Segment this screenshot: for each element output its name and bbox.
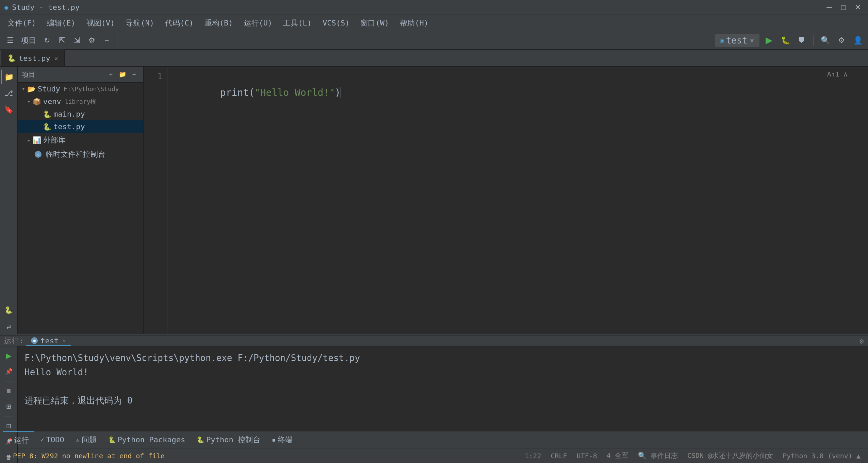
tree-item-temp-files[interactable]: ◇ 临时文件和控制台 <box>18 147 143 161</box>
app-icon: ◆ <box>4 3 9 12</box>
run-config-icon: ◉ <box>720 36 724 45</box>
activity-python-icon[interactable]: 🐍 <box>1 303 16 318</box>
run-output-line-exit: 进程已结束，退出代码为 0 <box>24 394 861 408</box>
minimize-button[interactable]: ─ <box>823 1 835 14</box>
run-panel-tab-test[interactable]: ● test ✕ <box>26 336 71 346</box>
tab-label: test.py <box>19 54 50 63</box>
run-with-coverage-button[interactable]: ⛊ <box>795 34 808 47</box>
run-config-selector[interactable]: ◉ test ▾ <box>715 34 759 47</box>
tab-test-py[interactable]: 🐍 test.py ✕ <box>1 50 65 66</box>
tree-item-venv[interactable]: ▾ 📦 venv library根 <box>18 95 143 108</box>
status-encoding[interactable]: UTF-8 <box>575 452 599 460</box>
run-play-button[interactable]: ▶ <box>2 349 16 363</box>
run-toolbar-separator <box>4 381 14 381</box>
run-config-area: ◉ test ▾ ▶ 🐛 ⛊ 🔍 ⚙ 👤 <box>715 34 865 47</box>
code-editor[interactable]: print("Hello World!") <box>167 67 868 334</box>
menu-run[interactable]: 运行(U) <box>239 17 277 30</box>
toolbar: ☰ 项目 ↻ ⇱ ⇲ ⚙ − ◉ test ▾ ▶ 🐛 ⛊ 🔍 ⚙ 👤 <box>0 31 868 50</box>
status-indent[interactable]: 4 全军 <box>605 451 630 460</box>
tree-label-study: Study <box>38 85 60 93</box>
python-console-icon: 🐍 <box>197 436 204 443</box>
title-bar: ◆ Study - test.py ─ □ ✕ <box>0 0 868 15</box>
activity-project-icon[interactable]: 📁 <box>1 69 16 84</box>
tree-arrow-ext-icon: ▸ <box>27 137 31 143</box>
tree-arrow-venv-icon: ▾ <box>27 98 31 105</box>
menu-edit[interactable]: 编辑(E) <box>42 17 80 30</box>
sidebar-new-file-button[interactable]: + <box>106 69 116 80</box>
toolbar-collapse-all-button[interactable]: ⇱ <box>55 34 69 47</box>
toolbar-hamburger-button[interactable]: ☰ <box>3 34 17 47</box>
activity-bar: 📁 ⎇ 🔖 🐍 ⇄ <box>0 67 18 334</box>
folder-icon: 📂 <box>27 85 36 93</box>
tree-arrow-icon: ▾ <box>22 86 25 92</box>
py-file-icon: 🐍 <box>43 123 51 131</box>
menu-file[interactable]: 文件(F) <box>3 17 41 30</box>
py-file-icon: 🐍 <box>43 110 51 118</box>
run-output-line-cmd: F:\Python\Study\venv\Scripts\python.exe … <box>24 351 861 365</box>
tree-item-main-py[interactable]: 🐍 main.py <box>18 108 143 120</box>
menu-help[interactable]: 帮助(H) <box>395 17 433 30</box>
status-pep8-warning[interactable]: ⚠ PEP 8: W292 no newline at end of file <box>5 452 167 460</box>
toolbar-project-label: 项目 <box>18 35 39 46</box>
sidebar-new-folder-button[interactable]: 📁 <box>117 69 128 80</box>
activity-bookmark-icon[interactable]: 🔖 <box>1 102 16 117</box>
run-stop-button[interactable]: ■ <box>2 384 16 398</box>
toolbar-minus-button[interactable]: − <box>100 34 114 47</box>
title-bar-controls: ─ □ ✕ <box>823 1 864 14</box>
debug-button[interactable]: 🐛 <box>779 34 792 47</box>
bottom-tab-todo[interactable]: ✓ TODO <box>35 431 70 448</box>
run-panel-tab-close[interactable]: ✕ <box>63 338 66 344</box>
status-python-version[interactable]: Python 3.8 (venv) ▲ <box>781 452 863 460</box>
menu-navigate[interactable]: 导航(N) <box>121 17 159 30</box>
menu-window[interactable]: 窗口(W) <box>356 17 394 30</box>
status-pep8-text: PEP 8: W292 no newline at end of file <box>13 452 165 460</box>
menu-vcs[interactable]: VCS(S) <box>318 17 354 29</box>
search-button[interactable]: 🔍 <box>818 34 832 47</box>
menu-view[interactable]: 视图(V) <box>82 17 120 30</box>
run-rerun-button[interactable]: ⊞ <box>2 400 16 413</box>
editor-area[interactable]: 1 print("Hello World!") A↑1 ∧ <box>144 67 868 334</box>
warning-icon: ⚠ <box>7 452 12 460</box>
title-bar-title: Study - test.py <box>12 3 80 12</box>
sidebar: 项目 + 📁 − ▾ 📂 Study F:\Python\Study ▾ 📦 v… <box>18 67 144 334</box>
bottom-tab-python-packages[interactable]: 🐍 Python Packages <box>103 431 191 448</box>
bottom-tab-run[interactable]: ▶ 运行 <box>3 431 34 448</box>
bottom-tab-problems[interactable]: ⚠ 问题 <box>70 431 102 448</box>
menu-refactor[interactable]: 重构(B) <box>200 17 238 30</box>
activity-commit-icon[interactable]: ⎇ <box>1 86 16 101</box>
tree-label-main-py: main.py <box>53 110 85 118</box>
bottom-tab-terminal-label: 终端 <box>278 435 293 445</box>
toolbar-expand-button[interactable]: ⇲ <box>70 34 84 47</box>
tree-item-study[interactable]: ▾ 📂 Study F:\Python\Study <box>18 83 143 95</box>
tree-item-external-libs[interactable]: ▸ 📊 外部库 <box>18 133 143 147</box>
menu-tools[interactable]: 工具(L) <box>278 17 316 30</box>
status-event-log[interactable]: 🔍 事件日志 <box>636 451 680 460</box>
run-pin-button[interactable]: 📌 <box>2 365 16 378</box>
main-layout: 📁 ⎇ 🔖 🐍 ⇄ 项目 + 📁 − ▾ 📂 Study F:\Python\S… <box>0 67 868 334</box>
bottom-tab-python-console[interactable]: 🐍 Python 控制台 <box>191 431 266 448</box>
editor-content: 1 print("Hello World!") <box>144 67 868 334</box>
close-button[interactable]: ✕ <box>852 1 864 14</box>
sidebar-hide-button[interactable]: − <box>129 69 139 80</box>
run-tab-icon: ● <box>31 337 38 344</box>
sidebar-header: 项目 + 📁 − <box>18 67 143 83</box>
run-panel-settings-button[interactable]: ⚙ <box>859 337 864 345</box>
status-line-ending[interactable]: CRLF <box>548 452 569 460</box>
run-output-line-blank <box>24 379 861 394</box>
toolbar-refresh-button[interactable]: ↻ <box>40 34 54 47</box>
run-layout-button[interactable]: ⊡ <box>2 419 16 433</box>
title-bar-left: ◆ Study - test.py <box>4 3 80 12</box>
gear-button[interactable]: ⚙ <box>835 34 848 47</box>
menu-code[interactable]: 代码(C) <box>160 17 198 30</box>
bottom-tab-terminal[interactable]: ▪ 终端 <box>266 431 298 448</box>
tree-label-venv: venv <box>43 97 61 106</box>
run-button[interactable]: ▶ <box>762 34 776 47</box>
tree-item-test-py[interactable]: 🐍 test.py <box>18 120 143 133</box>
toolbar-settings-button[interactable]: ⚙ <box>85 34 99 47</box>
user-button[interactable]: 👤 <box>851 34 865 47</box>
tab-close-button[interactable]: ✕ <box>54 55 58 62</box>
status-cursor-position[interactable]: 1:22 <box>523 452 543 460</box>
code-paren-close: ) <box>335 87 341 98</box>
maximize-button[interactable]: □ <box>837 1 850 14</box>
activity-expand-icon[interactable]: ⇄ <box>1 319 16 334</box>
